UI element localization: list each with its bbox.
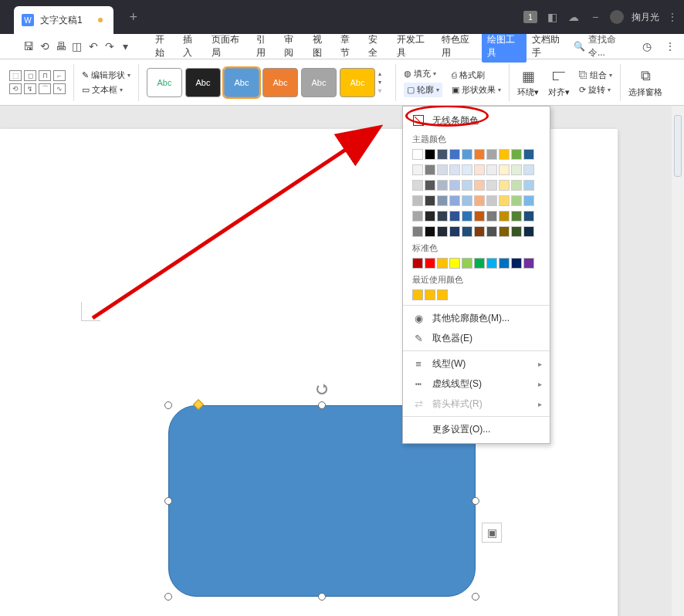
fill-button[interactable]: ◍填充▾	[404, 68, 442, 80]
menu-开发工具[interactable]: 开发工具	[391, 30, 437, 63]
gallery-down-icon[interactable]: ▾	[378, 79, 388, 86]
format-painter-button[interactable]: ⎙格式刷	[452, 69, 501, 81]
color-swatch[interactable]	[523, 180, 534, 191]
menu-特色应用[interactable]: 特色应用	[436, 30, 482, 63]
style-4[interactable]: Abc	[262, 68, 298, 97]
outline-button[interactable]: ▢轮廓▾	[404, 83, 442, 97]
color-swatch[interactable]	[523, 195, 534, 206]
color-swatch[interactable]	[499, 258, 510, 269]
text-box-button[interactable]: ▭文本框▾	[82, 84, 130, 96]
dropdown-icon[interactable]: ▾	[118, 39, 133, 54]
more-colors-item[interactable]: ◉其他轮廓颜色(M)...	[403, 308, 550, 328]
resize-handle-ml[interactable]	[164, 497, 172, 505]
notification-badge[interactable]: 1	[523, 11, 537, 23]
more-icon[interactable]: −	[588, 10, 602, 24]
rotate-handle[interactable]	[317, 384, 327, 394]
color-swatch[interactable]	[486, 149, 497, 160]
menu-绘图工具[interactable]: 绘图工具	[482, 30, 527, 63]
color-swatch[interactable]	[462, 258, 472, 269]
color-swatch[interactable]	[437, 149, 448, 160]
color-swatch[interactable]	[412, 180, 423, 191]
floating-layout-button[interactable]: ▣	[482, 523, 502, 543]
gallery-up-icon[interactable]: ▴	[378, 70, 388, 77]
color-swatch[interactable]	[486, 164, 497, 175]
settings-icon[interactable]: ⋮	[662, 39, 678, 54]
color-swatch[interactable]	[462, 211, 472, 222]
color-swatch[interactable]	[425, 258, 435, 269]
color-swatch[interactable]	[425, 211, 435, 222]
color-swatch[interactable]	[511, 195, 522, 206]
color-swatch[interactable]	[523, 258, 534, 269]
resize-handle-bm[interactable]	[318, 593, 326, 601]
style-5[interactable]: Abc	[301, 68, 337, 97]
resize-handle-bl[interactable]	[164, 593, 172, 601]
overflow-icon[interactable]: ⋮	[667, 11, 679, 23]
color-swatch[interactable]	[511, 180, 522, 191]
color-swatch[interactable]	[449, 195, 460, 206]
color-swatch[interactable]	[425, 149, 435, 160]
wrap-button[interactable]: ▦环绕▾	[517, 67, 539, 98]
style-3[interactable]: Abc	[224, 68, 259, 97]
color-swatch[interactable]	[474, 195, 485, 206]
eyedropper-item[interactable]: ✎取色器(E)	[403, 328, 550, 348]
color-swatch[interactable]	[462, 226, 472, 237]
color-swatch[interactable]	[437, 289, 448, 300]
color-swatch[interactable]	[474, 149, 485, 160]
shape-picker[interactable]: ⬚◻⊓⌐ ⟲↯⌒∿	[9, 70, 66, 94]
color-swatch[interactable]	[437, 195, 448, 206]
color-swatch[interactable]	[449, 211, 460, 222]
menu-文档助手[interactable]: 文档助手	[527, 30, 572, 63]
canvas[interactable]: ▣ 无线条颜色 主题颜色 标准色 最近使用颜色 ◉其他轮廓颜色(M)... ✎取…	[0, 106, 684, 616]
color-swatch[interactable]	[511, 226, 522, 237]
menu-章节[interactable]: 章节	[335, 30, 363, 63]
color-swatch[interactable]	[499, 164, 510, 175]
color-swatch[interactable]	[412, 226, 423, 237]
color-swatch[interactable]	[511, 149, 522, 160]
color-swatch[interactable]	[486, 211, 497, 222]
color-swatch[interactable]	[499, 226, 510, 237]
color-swatch[interactable]	[511, 211, 522, 222]
color-swatch[interactable]	[499, 195, 510, 206]
menu-安全[interactable]: 安全	[363, 30, 391, 63]
color-swatch[interactable]	[523, 164, 534, 175]
color-swatch[interactable]	[449, 149, 460, 160]
style-1[interactable]: Abc	[147, 68, 182, 97]
color-swatch[interactable]	[462, 149, 472, 160]
menu-插入[interactable]: 插入	[178, 30, 205, 63]
color-swatch[interactable]	[437, 258, 448, 269]
resize-handle-tl[interactable]	[164, 401, 172, 409]
menu-视图[interactable]: 视图	[307, 30, 335, 63]
color-swatch[interactable]	[425, 289, 435, 300]
color-swatch[interactable]	[425, 180, 435, 191]
resize-handle-mr[interactable]	[472, 497, 479, 505]
menu-引用[interactable]: 引用	[251, 30, 279, 63]
color-swatch[interactable]	[474, 211, 485, 222]
color-swatch[interactable]	[412, 258, 423, 269]
shape-style-gallery[interactable]: Abc Abc Abc Abc Abc Abc ▴ ▾ ▿	[147, 68, 388, 97]
color-swatch[interactable]	[412, 195, 423, 206]
color-swatch[interactable]	[449, 180, 460, 191]
color-swatch[interactable]	[412, 289, 423, 300]
color-swatch[interactable]	[412, 164, 423, 175]
command-search[interactable]: 🔍 查找命令...	[574, 33, 630, 59]
document-tab[interactable]: W 文字文稿1	[14, 6, 113, 34]
color-swatch[interactable]	[499, 149, 510, 160]
print-icon[interactable]: 🖶	[53, 39, 68, 54]
edit-shape-button[interactable]: ✎编辑形状▾	[82, 69, 130, 81]
more-settings-item[interactable]: 更多设置(O)...	[403, 419, 550, 439]
avatar[interactable]	[610, 10, 624, 24]
color-swatch[interactable]	[449, 164, 460, 175]
color-swatch[interactable]	[523, 211, 534, 222]
line-style-item[interactable]: ≡线型(W)▸	[403, 354, 550, 374]
collapse-ribbon-icon[interactable]: ◷	[639, 39, 655, 54]
color-swatch[interactable]	[486, 226, 497, 237]
color-swatch[interactable]	[437, 180, 448, 191]
color-swatch[interactable]	[462, 164, 472, 175]
color-swatch[interactable]	[437, 164, 448, 175]
color-swatch[interactable]	[486, 258, 497, 269]
save-icon[interactable]: 🖫	[21, 39, 36, 54]
color-swatch[interactable]	[499, 211, 510, 222]
menu-页面布局[interactable]: 页面布局	[206, 30, 252, 63]
undo-icon[interactable]: ↶	[86, 39, 100, 54]
menu-审阅[interactable]: 审阅	[279, 30, 306, 63]
